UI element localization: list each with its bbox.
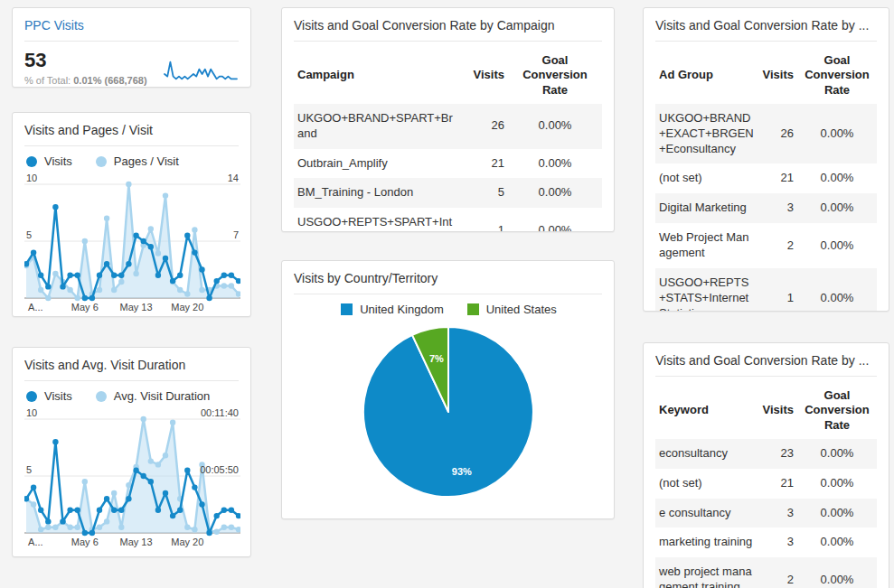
table-row: Web Project Management20.00% (655, 223, 877, 268)
table-cell: 0.00% (797, 499, 877, 528)
ppc-visits-body: 53 % of Total: 0.01% (668,768) (24, 50, 239, 86)
widget-visits-duration: Visits and Avg. Visit Duration VisitsAvg… (12, 347, 251, 557)
table-cell: USGOO+REPTS+STATS+Internet Statistics (655, 268, 758, 312)
legend-swatch-icon (341, 303, 353, 315)
table-row: UKGOO+BRAND+EXACT+BRGEN+Econsultancy260.… (655, 104, 877, 164)
table-cell: 1 (758, 268, 797, 312)
svg-text:May 13: May 13 (120, 302, 153, 313)
table-cell: 3 (758, 527, 797, 557)
table-cell: e consultancy (655, 499, 758, 528)
table-cell: (not set) (655, 469, 758, 499)
column-header: Ad Group (655, 50, 758, 104)
svg-text:A...: A... (28, 537, 43, 547)
table-cell: (not set) (655, 163, 758, 193)
table-cell: 0.00% (508, 104, 602, 149)
ppc-visits-title[interactable]: PPC Visits (24, 18, 239, 42)
country-pie-title: Visits by Country/Territory (294, 271, 602, 294)
table-cell: UKGOO+BRAND+SPART+Brand (294, 104, 461, 149)
widget-country-pie: Visits by Country/Territory United Kingd… (281, 260, 615, 519)
column-header: Visits (461, 50, 508, 104)
svg-text:10: 10 (26, 173, 37, 183)
visits-pages-legend: VisitsPages / Visit (26, 154, 239, 168)
table-cell: 0.00% (508, 149, 602, 179)
table-row: USGOO+REPTS+SPART+Internet Statistics10.… (294, 208, 602, 232)
widget-ppc-visits: PPC Visits 53 % of Total: 0.01% (668,768… (12, 7, 251, 88)
legend-swatch-icon (26, 156, 37, 167)
svg-text:May 20: May 20 (171, 537, 203, 547)
legend-item: Avg. Visit Duration (96, 389, 210, 403)
table-cell: UKGOO+BRAND+EXACT+BRGEN+Econsultancy (655, 104, 758, 164)
table-cell: Digital Marketing (655, 193, 758, 223)
table-cell: 0.00% (797, 193, 877, 223)
table-row: econsultancy230.00% (655, 439, 877, 469)
table-cell: marketing training (655, 527, 758, 557)
widget-keyword-table: Visits and Goal Conversion Rate by ... K… (643, 342, 889, 588)
adgroup-table: Ad GroupVisitsGoal Conversion RateUKGOO+… (655, 50, 877, 312)
table-row: (not set)210.00% (655, 469, 877, 499)
table-cell: 21 (758, 469, 797, 499)
ppc-percent-of-total: % of Total: 0.01% (668,768) (24, 75, 147, 86)
column-header: Visits (758, 50, 797, 104)
table-cell: BM_Training - London (294, 178, 461, 208)
legend-label: Visits (44, 389, 72, 403)
table-row: web project management training20.00% (655, 557, 877, 588)
table-cell: 0.00% (797, 268, 877, 312)
column-header: Visits (758, 385, 797, 439)
legend-item: Visits (26, 389, 72, 403)
legend-item: Pages / Visit (96, 154, 179, 168)
table-row: Outbrain_Amplify210.00% (294, 149, 602, 179)
legend-item: Visits (26, 154, 72, 168)
table-cell: 0.00% (797, 557, 877, 588)
legend-swatch-icon (96, 156, 107, 167)
legend-label: Avg. Visit Duration (114, 389, 210, 403)
table-cell: 0.00% (508, 178, 602, 208)
table-cell: 0.00% (797, 223, 877, 268)
country-pie-legend: United KingdomUnited States (296, 303, 602, 316)
svg-text:May 6: May 6 (71, 537, 99, 547)
visits-duration-title: Visits and Avg. Visit Duration (24, 358, 239, 381)
table-cell: web project management training (655, 557, 758, 588)
svg-text:93%: 93% (451, 466, 471, 477)
table-cell: 0.00% (797, 439, 877, 469)
table-cell: 0.00% (797, 104, 877, 164)
widget-visits-pages: Visits and Pages / Visit VisitsPages / V… (12, 112, 251, 317)
ppc-visits-value: 53 (24, 50, 147, 71)
svg-text:14: 14 (228, 173, 239, 183)
table-cell: 3 (758, 499, 797, 528)
legend-label: United States (486, 303, 557, 316)
visits-duration-legend: VisitsAvg. Visit Duration (26, 389, 239, 403)
table-cell: USGOO+REPTS+SPART+Internet Statistics (294, 208, 461, 232)
table-cell: Outbrain_Amplify (294, 149, 461, 179)
table-cell: 2 (758, 557, 797, 588)
legend-item: United Kingdom (341, 303, 444, 316)
legend-swatch-icon (96, 391, 107, 402)
svg-text:7%: 7% (428, 353, 443, 364)
keyword-table-title: Visits and Goal Conversion Rate by ... (655, 353, 877, 377)
svg-text:00:05:50: 00:05:50 (200, 464, 239, 475)
svg-text:May 20: May 20 (171, 302, 203, 313)
svg-text:May 6: May 6 (71, 302, 99, 313)
table-row: USGOO+REPTS+STATS+Internet Statistics10.… (655, 268, 877, 312)
campaign-table: CampaignVisitsGoal Conversion RateUKGOO+… (294, 50, 602, 232)
table-row: e consultancy30.00% (655, 499, 877, 528)
ppc-total-label: % of Total: (24, 75, 71, 86)
table-cell: 26 (758, 104, 797, 164)
table-cell: 0.00% (797, 527, 877, 557)
ppc-total-value: 0.01% (668,768) (73, 75, 146, 86)
table-cell: 1 (461, 208, 508, 232)
table-cell: 0.00% (797, 163, 877, 193)
column-header: Keyword (655, 385, 758, 439)
table-cell: econsultancy (655, 439, 758, 469)
visits-duration-line-chart: 10500:11:4000:05:50A...May 6May 13May 20 (24, 406, 240, 547)
widget-adgroup-table: Visits and Goal Conversion Rate by ... A… (643, 7, 889, 312)
campaign-table-title: Visits and Goal Conversion Rate by Campa… (294, 18, 602, 42)
svg-text:5: 5 (26, 229, 32, 240)
table-row: UKGOO+BRAND+SPART+Brand260.00% (294, 104, 602, 149)
table-cell: 2 (758, 223, 797, 268)
table-cell: 21 (758, 163, 797, 193)
svg-text:5: 5 (26, 464, 32, 475)
table-row: BM_Training - London50.00% (294, 178, 602, 208)
table-cell: 0.00% (797, 469, 877, 499)
legend-swatch-icon (26, 391, 37, 402)
ppc-sparkline-chart (163, 57, 239, 84)
